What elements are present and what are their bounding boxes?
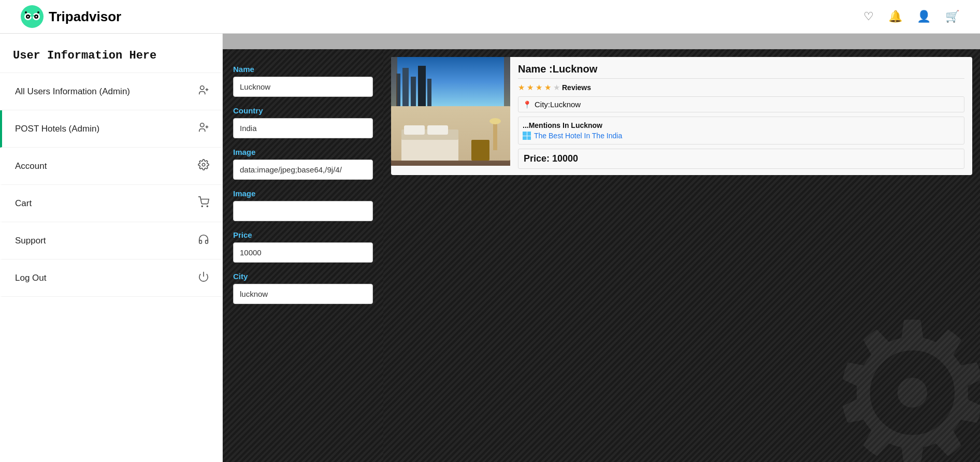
preview-hotel-image <box>391 57 510 166</box>
image1-input[interactable] <box>233 160 373 180</box>
gear-watermark: ⚙ <box>824 296 980 462</box>
preview-name: Name :Lucknow <box>518 63 964 79</box>
form-group-price: Price <box>233 230 373 263</box>
svg-point-6 <box>36 16 37 18</box>
preview-card: Name :Lucknow ★ ★ ★ ★ ★ Reviews 📍 City:L… <box>391 57 972 175</box>
form-panel: Name Country Image Image Price City <box>223 49 383 462</box>
main-layout: User Information Here All Users Informat… <box>0 34 980 462</box>
sidebar-item-cart[interactable]: Cart <box>0 185 222 222</box>
svg-point-18 <box>207 206 208 207</box>
form-group-name: Name <box>233 65 373 97</box>
user-icon[interactable]: 👤 <box>917 10 931 23</box>
image2-input[interactable] <box>233 201 373 221</box>
logo[interactable]: Tripadvisor <box>21 5 121 28</box>
svg-point-5 <box>27 16 29 18</box>
country-input[interactable] <box>233 118 373 138</box>
grid-icon <box>523 132 531 140</box>
admin-users-icon <box>198 84 209 98</box>
svg-point-8 <box>25 11 27 13</box>
star-5: ★ <box>553 83 560 92</box>
star-2: ★ <box>527 83 534 92</box>
sidebar-item-account[interactable]: Account <box>0 148 222 185</box>
svg-point-16 <box>202 163 205 166</box>
sidebar: User Information Here All Users Informat… <box>0 34 223 462</box>
preview-details: Name :Lucknow ★ ★ ★ ★ ★ Reviews 📍 City:L… <box>510 57 972 175</box>
mentions-item: The Best Hotel In The India <box>523 132 960 140</box>
grid-cell-4 <box>527 136 531 140</box>
form-label-city: City <box>233 272 373 281</box>
support-headset-icon <box>198 234 209 248</box>
sidebar-item-post-hotels[interactable]: POST Hotels (Admin) <box>0 110 222 148</box>
form-label-image2: Image <box>233 189 373 198</box>
grid-cell-3 <box>523 136 527 140</box>
sidebar-user-info: User Information Here <box>0 34 222 73</box>
form-group-country: Country <box>233 106 373 138</box>
heart-icon[interactable]: ♡ <box>863 10 874 23</box>
form-label-name: Name <box>233 65 373 74</box>
sidebar-item-support[interactable]: Support <box>0 222 222 259</box>
svg-point-13 <box>200 123 204 127</box>
top-gray-bar <box>223 34 980 49</box>
preview-header-row: Name :Lucknow ★ ★ ★ ★ ★ Reviews 📍 City:L… <box>391 57 972 175</box>
cart-sidebar-icon <box>198 196 209 210</box>
form-group-image2: Image <box>233 189 373 221</box>
svg-point-9 <box>37 11 39 13</box>
preview-city-row: 📍 City:Lucknow <box>518 96 964 112</box>
star-1: ★ <box>518 83 525 92</box>
mentions-title: ...Mentions In Lucknow <box>523 121 960 129</box>
form-group-image1: Image <box>233 148 373 180</box>
preview-city: City:Lucknow <box>535 100 581 109</box>
logo-text: Tripadvisor <box>49 9 121 25</box>
preview-price: Price: 10000 <box>518 149 964 169</box>
grid-cell-1 <box>523 132 527 136</box>
post-hotels-icon <box>198 122 209 136</box>
form-label-price: Price <box>233 230 373 239</box>
star-3: ★ <box>536 83 542 92</box>
preview-mentions: ...Mentions In Lucknow The Best Hotel In… <box>518 117 964 145</box>
star-4: ★ <box>544 83 551 92</box>
sidebar-item-label-cart: Cart <box>15 198 32 209</box>
city-input[interactable] <box>233 284 373 304</box>
sidebar-item-label-account: Account <box>15 161 47 171</box>
name-input[interactable] <box>233 77 373 97</box>
form-label-country: Country <box>233 106 373 115</box>
account-gear-icon <box>198 159 209 173</box>
header: Tripadvisor ♡ 🔔 👤 🛒 <box>0 0 980 34</box>
tripadvisor-logo-icon <box>21 5 44 28</box>
sidebar-item-all-users[interactable]: All Users Information (Admin) <box>0 73 222 110</box>
sidebar-item-label-all-users: All Users Information (Admin) <box>15 86 130 97</box>
logout-power-icon <box>198 271 209 285</box>
sidebar-item-logout[interactable]: Log Out <box>0 259 222 297</box>
bell-icon[interactable]: 🔔 <box>888 10 902 23</box>
mentions-item-text: The Best Hotel In The India <box>534 132 622 140</box>
pin-icon: 📍 <box>523 100 531 109</box>
sidebar-item-label-post-hotels: POST Hotels (Admin) <box>15 124 99 134</box>
svg-rect-7 <box>30 15 34 17</box>
form-label-image1: Image <box>233 148 373 156</box>
grid-cell-2 <box>527 132 531 136</box>
sidebar-item-label-support: Support <box>15 236 46 246</box>
svg-point-17 <box>201 206 203 207</box>
price-input[interactable] <box>233 242 373 263</box>
cart-icon[interactable]: 🛒 <box>945 10 959 23</box>
preview-stars: ★ ★ ★ ★ ★ Reviews <box>518 83 964 92</box>
header-icons: ♡ 🔔 👤 🛒 <box>863 10 959 23</box>
sidebar-item-label-logout: Log Out <box>15 273 47 283</box>
preview-panel: Name :Lucknow ★ ★ ★ ★ ★ Reviews 📍 City:L… <box>383 49 980 462</box>
reviews-label: Reviews <box>562 83 591 92</box>
svg-point-10 <box>200 86 204 90</box>
content-area: Name Country Image Image Price City <box>223 34 980 462</box>
form-group-city: City <box>233 272 373 304</box>
